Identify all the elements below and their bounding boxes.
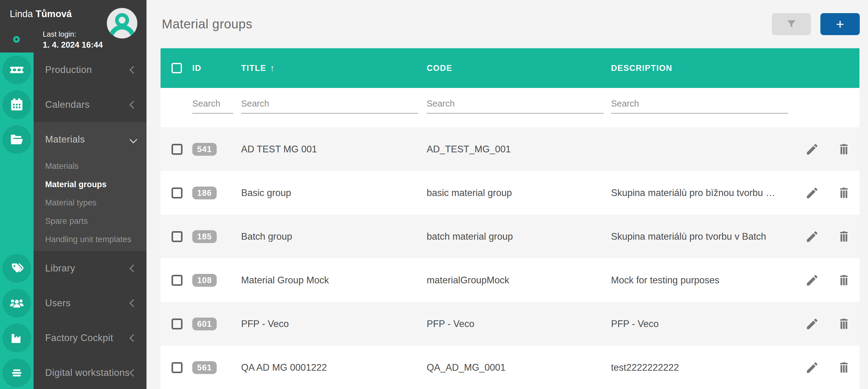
pencil-icon [805,230,819,244]
sidebar-menu: Production Calendars Materials Materials… [34,53,147,389]
title-cell: Material Group Mock [241,275,427,286]
code-cell: PFP - Veco [427,319,611,329]
sidebar-item-label: Factory Cockpit [45,332,113,343]
materials-section: Materials Materials Material groups Mate… [34,122,147,251]
table-row[interactable]: 561 QA AD MG 0001222 QA_AD_MG_0001 test2… [160,346,860,389]
digital-workstations-icon[interactable] [2,358,31,387]
table-row[interactable]: 541 AD TEST MG 001 AD_TEST_MG_001 [160,127,860,171]
table-body: 541 AD TEST MG 001 AD_TEST_MG_001 186 Ba… [160,127,860,389]
description-cell: Skupina materiálù pro tvorbu v Batch [611,231,788,242]
title-cell: Basic group [241,187,427,199]
main-content: Material groups + ID TITLE↑ CODE DESCRIP… [147,0,868,389]
sidebar-subitem-label: Handling unit templates [45,235,131,244]
delete-button[interactable] [837,230,851,244]
sidebar-subitem-material-types[interactable]: Material types [34,193,147,212]
calendar-icon[interactable] [2,90,31,119]
tag-icon[interactable] [2,254,31,283]
edit-button[interactable] [805,230,819,244]
avatar[interactable] [107,8,137,38]
sort-asc-icon: ↑ [270,63,275,73]
last-login-label: Last login: [43,30,103,38]
id-search-input[interactable] [192,94,233,114]
sidebar-subitem-label: Spare parts [45,216,88,226]
user-last-name: Tůmová [35,8,72,19]
sidebar-item-materials[interactable]: Materials [34,122,147,157]
material-groups-table: ID TITLE↑ CODE DESCRIPTION 541 AD TEST M… [160,48,860,389]
row-checkbox[interactable] [172,275,183,286]
factory-icon[interactable] [2,324,31,352]
chevron-left-icon [129,334,137,342]
sidebar-subitem-handling-unit-templates[interactable]: Handling unit templates [34,230,147,248]
description-search-input[interactable] [611,94,788,114]
delete-button[interactable] [837,317,851,331]
table-row[interactable]: 601 PFP - Veco PFP - Veco PFP - Veco [160,302,860,346]
last-login: Last login: 1. 4. 2024 16:44 [43,30,103,50]
title-cell: AD TEST MG 001 [241,144,427,155]
pencil-icon [805,273,819,287]
sidebar-item-label: Users [45,298,70,309]
description-cell: Skupina materiálù pro bìžnou tvorbu mimo… [611,187,788,199]
last-login-value: 1. 4. 2024 16:44 [43,40,103,50]
title-cell: PFP - Veco [241,319,427,329]
row-checkbox[interactable] [172,231,183,242]
sidebar-subitem-label: Materials [45,161,79,171]
folder-open-icon[interactable] [2,125,31,154]
chevron-left-icon [129,66,137,73]
code-search-input[interactable] [427,94,604,114]
table-row[interactable]: 185 Batch group batch material group Sku… [160,215,860,258]
funnel-icon [785,18,798,30]
user-block: Linda Tůmová Last login: 1. 4. 2024 16:4… [0,0,147,53]
row-checkbox[interactable] [172,187,183,199]
delete-button[interactable] [837,186,851,200]
trash-icon [837,186,851,200]
row-checkbox[interactable] [172,144,183,155]
sidebar-subitem-material-groups[interactable]: Material groups [34,175,147,193]
row-checkbox[interactable] [172,319,183,329]
edit-button[interactable] [805,273,819,287]
pencil-icon [805,317,819,331]
table-header: ID TITLE↑ CODE DESCRIPTION [160,48,860,88]
user-first-name: Linda [10,8,33,19]
sidebar-item-label: Production [45,64,92,76]
sidebar-item-users[interactable]: Users [34,286,147,321]
sidebar-subitem-spare-parts[interactable]: Spare parts [34,212,147,230]
id-badge: 108 [192,274,217,287]
pencil-icon [805,186,819,200]
sidebar-item-factory-cockpit[interactable]: Factory Cockpit [34,321,147,355]
sidebar-subitem-materials[interactable]: Materials [34,157,147,175]
delete-button[interactable] [837,273,851,287]
sidebar-subitem-label: Material groups [45,180,106,189]
plus-icon: + [836,17,844,31]
pencil-icon [805,361,819,375]
table-row[interactable]: 108 Material Group Mock materialGroupMoc… [160,258,860,302]
edit-button[interactable] [805,186,819,200]
column-header-code[interactable]: CODE [427,63,611,73]
sidebar-item-calendars[interactable]: Calendars [34,87,147,122]
edit-button[interactable] [805,317,819,331]
row-checkbox[interactable] [172,362,183,373]
sidebar-item-digital-workstations[interactable]: Digital workstations [34,355,147,389]
status-indicator-icon [13,36,20,43]
sidebar-item-production[interactable]: Production [34,53,147,87]
users-icon[interactable] [2,289,31,318]
add-button[interactable]: + [820,13,860,35]
title-cell: QA AD MG 0001222 [241,362,427,373]
trash-icon [837,273,851,287]
code-cell: QA_AD_MG_0001 [427,362,611,373]
title-search-input[interactable] [241,94,418,114]
edit-button[interactable] [805,361,819,375]
production-icon[interactable] [2,56,31,84]
column-header-title[interactable]: TITLE↑ [241,63,427,73]
table-row[interactable]: 186 Basic group basic material group Sku… [160,171,860,215]
column-header-description[interactable]: DESCRIPTION [611,63,788,73]
delete-button[interactable] [837,361,851,375]
column-header-id[interactable]: ID [192,63,241,73]
sidebar-item-label: Digital workstations [45,367,130,378]
edit-button[interactable] [805,142,819,156]
delete-button[interactable] [837,142,851,156]
select-all-checkbox[interactable] [172,63,182,73]
sidebar-item-library[interactable]: Library [34,251,147,286]
chevron-down-icon [129,136,137,143]
filter-button[interactable] [772,13,811,35]
sidebar-item-label: Calendars [45,99,90,110]
